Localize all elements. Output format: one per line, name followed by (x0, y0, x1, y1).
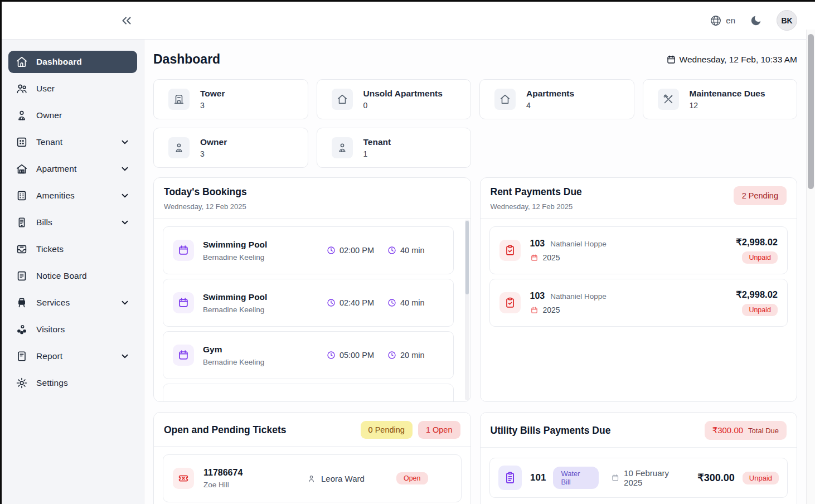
chevron-down-icon (120, 217, 130, 227)
chevron-down-icon (120, 164, 130, 174)
sidebar-item-visitors[interactable]: Visitors (8, 318, 137, 341)
ticket-assignee: Leora Ward (307, 474, 396, 483)
sidebar-item-label: Bills (36, 217, 52, 227)
stat-card-apartments[interactable]: Apartments 4 (479, 79, 634, 119)
bookings-scrollbar-thumb[interactable] (465, 221, 469, 294)
utility-total-label: Total Due (748, 427, 779, 435)
rent-title: Rent Payments Due (491, 186, 582, 198)
user-avatar[interactable]: BK (777, 10, 797, 31)
dark-mode-toggle[interactable] (750, 14, 762, 27)
booking-duration: 20 min (387, 351, 425, 360)
bookings-date: Wednesday, 12 Feb 2025 (164, 202, 247, 211)
rent-row[interactable]: 103 Nathaniel Hoppe 2025 ₹2,998.02 Unpai… (489, 279, 788, 327)
ticket-creator: Zoe Hill (203, 481, 242, 489)
sidebar-item-label: Dashboard (36, 57, 82, 67)
sidebar-item-tenant[interactable]: Tenant (8, 131, 137, 153)
rent-pending-badge: 2 Pending (734, 186, 787, 205)
notice-board-icon (16, 270, 28, 282)
rent-amount: ₹2,998.02 (736, 289, 778, 300)
booking-time: 02:40 PM (327, 298, 374, 307)
rent-year: 2025 (530, 306, 607, 314)
utility-unit: 101 (530, 472, 546, 483)
services-icon (16, 297, 28, 309)
moon-icon (750, 14, 762, 27)
utility-total-badge: ₹300.00 Total Due (705, 421, 787, 440)
tools-icon (662, 93, 675, 105)
booking-time: 05:00 PM (327, 351, 374, 360)
booking-item[interactable]: Swimming Pool Bernadine Keeling 02:40 PM… (163, 279, 454, 327)
clock-icon (387, 351, 396, 360)
calendar-icon (666, 55, 676, 65)
sidebar-item-apartment[interactable]: Apartment (8, 158, 137, 180)
sidebar-item-dashboard[interactable]: Dashboard (8, 51, 137, 73)
utility-status-badge: Unpaid (743, 472, 779, 484)
users-icon (16, 83, 28, 95)
page-scrollbar[interactable] (806, 30, 815, 504)
rent-unit: 103 (530, 291, 545, 301)
rent-status-badge: Unpaid (742, 304, 778, 316)
tenant-person-icon (336, 142, 348, 154)
booking-time: 02:00 PM (327, 246, 374, 255)
stat-card-tenant[interactable]: Tenant 1 (317, 128, 472, 168)
bookings-scrollbar[interactable] (465, 220, 469, 400)
tickets-pending-badge: 0 Pending (361, 421, 413, 439)
sidebar-item-report[interactable]: Report (8, 345, 137, 367)
tower-icon (173, 93, 185, 105)
rent-row[interactable]: 103 Nathaniel Hoppe 2025 ₹2,998.02 Unpai… (489, 226, 788, 274)
person-icon (307, 474, 316, 483)
sidebar-item-settings[interactable]: Settings (8, 372, 137, 394)
booking-item-partial[interactable] (163, 384, 454, 401)
calendar-icon (177, 349, 190, 361)
rent-tenant-name: Nathaniel Hoppe (550, 240, 607, 248)
stat-label: Tower (200, 89, 225, 99)
todays-bookings-card: Today's Bookings Wednesday, 12 Feb 2025 … (153, 177, 471, 402)
tickets-list: 11786674 Zoe Hill Leora Ward Open (154, 447, 470, 504)
language-selector[interactable]: en (710, 14, 735, 27)
owner-person-icon (16, 109, 28, 122)
page-scrollbar-thumb[interactable] (808, 34, 814, 189)
tickets-title: Open and Pending Tickets (164, 424, 286, 436)
stat-card-owner[interactable]: Owner 3 (153, 128, 308, 168)
sidebar-item-label: Amenities (36, 191, 75, 201)
sidebar-item-owner[interactable]: Owner (8, 104, 137, 127)
amenities-building-icon (16, 190, 28, 202)
visitors-icon (16, 323, 28, 336)
sidebar-item-notice-board[interactable]: Notice Board (8, 265, 137, 287)
sidebar-item-bills[interactable]: Bills (8, 211, 137, 234)
clipboard-check-icon (504, 297, 516, 309)
grid-icon (16, 136, 28, 148)
stat-label: Apartments (526, 89, 574, 99)
ticket-row[interactable]: 11786674 Zoe Hill Leora Ward Open (163, 454, 462, 502)
double-chevron-left-icon (119, 13, 134, 28)
utility-list: 101 Water Bill 10 February 2025 ₹300.00 … (481, 448, 797, 502)
bookings-list: Swimming Pool Bernadine Keeling 02:00 PM… (154, 219, 470, 401)
booking-amenity: Gym (203, 345, 264, 355)
sidebar-item-label: Owner (36, 110, 62, 120)
clock-icon (327, 298, 336, 307)
stat-label: Tenant (363, 137, 391, 147)
sidebar-item-label: Tenant (36, 137, 62, 147)
stat-card-unsold-apartments[interactable]: Unsold Apartments 0 (317, 79, 472, 119)
sidebar-item-label: User (36, 84, 55, 94)
apartment-icon (16, 163, 28, 175)
ticket-status-badge: Open (396, 472, 428, 484)
booking-person: Bernadine Keeling (203, 253, 267, 261)
utility-row[interactable]: 101 Water Bill 10 February 2025 ₹300.00 … (489, 458, 788, 498)
sidebar-item-user[interactable]: User (8, 77, 137, 100)
utility-type-badge: Water Bill (553, 467, 598, 489)
sidebar-item-services[interactable]: Services (8, 292, 137, 314)
owner-person-icon (173, 142, 185, 154)
booking-item[interactable]: Swimming Pool Bernadine Keeling 02:00 PM… (163, 226, 454, 274)
booking-person: Bernadine Keeling (203, 358, 264, 366)
utility-amount: ₹300.00 (697, 472, 735, 484)
stat-card-tower[interactable]: Tower 3 (153, 79, 308, 119)
rent-tenant-name: Nathaniel Hoppe (550, 292, 607, 301)
rent-unit: 103 (530, 239, 545, 249)
stat-card-maintenance-dues[interactable]: Maintenance Dues 12 (643, 79, 798, 119)
stat-value: 3 (200, 149, 227, 158)
booking-item[interactable]: Gym Bernadine Keeling 05:00 PM 20 min (163, 331, 454, 379)
sidebar-item-amenities[interactable]: Amenities (8, 185, 137, 207)
sidebar-collapse-button[interactable] (117, 11, 137, 31)
sidebar-item-tickets[interactable]: Tickets (8, 238, 137, 260)
house-icon (499, 93, 511, 105)
